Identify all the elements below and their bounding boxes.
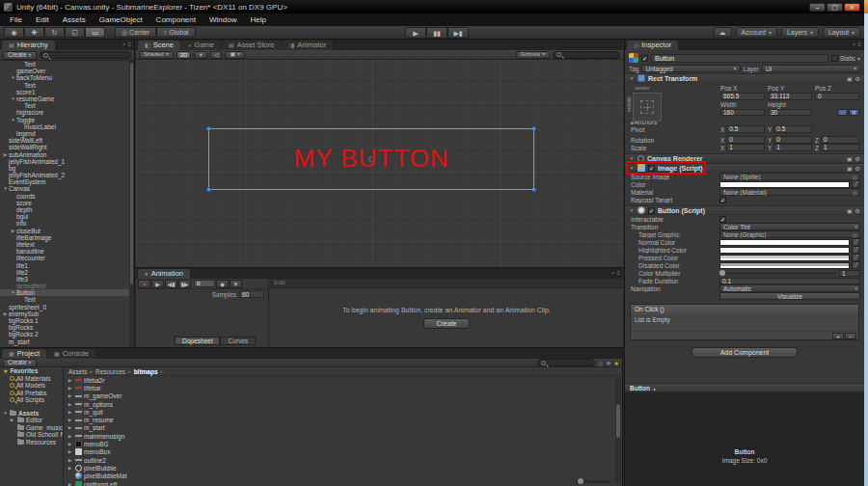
account-dropdown[interactable]: Account▾ (736, 27, 777, 38)
expand-arrow-icon[interactable]: ▶ (10, 229, 16, 233)
hierarchy-item[interactable]: ▼backToMenu (0, 74, 129, 81)
file-item[interactable]: ▶lifeba2r (65, 376, 614, 384)
hierarchy-item[interactable]: score (0, 200, 129, 206)
tab-animation[interactable]: ●Animation (138, 269, 190, 279)
favorite-item[interactable]: All Materials (0, 375, 63, 383)
expand-arrow-icon[interactable]: ▶ (2, 152, 9, 157)
expand-arrow-icon[interactable]: ▶ (67, 410, 73, 415)
help-icon[interactable]: ▣ (847, 165, 853, 172)
button-enabled-checkbox[interactable]: ✓ (648, 207, 655, 214)
color-swatch[interactable] (719, 262, 850, 269)
file-item[interactable]: ▶m_start (65, 424, 614, 432)
expand-arrow-icon[interactable]: ▶ (67, 393, 73, 398)
next-key-button[interactable]: ▮▶ (178, 280, 191, 288)
resize-handle[interactable] (206, 126, 211, 131)
tab-inspector[interactable]: ◎Inspector (627, 40, 678, 50)
dopesheet-tab[interactable]: Dopesheet (175, 337, 220, 345)
pos-x-field[interactable]: 665.5 (720, 93, 765, 100)
preview-header[interactable]: Button ▴ (625, 383, 864, 392)
hierarchy-item[interactable]: Text (0, 61, 129, 68)
hierarchy-create-button[interactable]: Create▾ (3, 51, 37, 60)
color-swatch[interactable] (719, 239, 850, 246)
hierarchy-item[interactable]: score1 (0, 89, 129, 95)
add-event-button[interactable]: + (832, 333, 844, 339)
tool-button[interactable]: ◱ (65, 27, 85, 38)
image-enabled-checkbox[interactable]: ✓ (648, 165, 655, 172)
panel-menu-icon[interactable]: ≡ (127, 41, 131, 47)
expand-arrow-icon[interactable]: ▼ (2, 186, 9, 191)
thumbnail-size-slider[interactable] (576, 480, 610, 483)
hierarchy-item[interactable]: musicLabel (0, 123, 129, 130)
samples-field[interactable]: 60 (239, 290, 264, 298)
checkbox[interactable]: ✓ (719, 216, 860, 223)
menu-item[interactable]: Edit (30, 14, 55, 25)
hierarchy-item[interactable]: sideWallLeft (0, 137, 129, 144)
scene-viewport[interactable]: MY BUTTON (136, 60, 623, 267)
hierarchy-item[interactable]: depth (0, 206, 129, 213)
timeline-ruler[interactable]: 0:00 (270, 279, 623, 288)
resize-handle[interactable] (206, 187, 211, 192)
object-picker-icon[interactable]: ◎ (853, 174, 859, 180)
expand-arrow-icon[interactable]: ▶ (67, 482, 73, 486)
hierarchy-item[interactable]: baroutline (0, 248, 129, 255)
breadcrumb-item[interactable]: bitmaps (134, 368, 158, 375)
hierarchy-item[interactable]: spritesheet_0 (0, 304, 129, 310)
eyedropper-icon[interactable]: ╱ (852, 246, 860, 254)
menu-item[interactable]: Assets (57, 14, 92, 25)
project-tab[interactable]: ▦Project (2, 349, 46, 359)
selection-rect[interactable]: MY BUTTON (208, 128, 534, 190)
menu-item[interactable]: Component (150, 14, 202, 25)
hierarchy-item[interactable]: gameOver (0, 68, 129, 74)
breadcrumb-item[interactable]: Resources (95, 368, 125, 375)
color-swatch[interactable] (719, 255, 850, 261)
file-item[interactable]: ▶mainmenusign (65, 432, 614, 440)
color-swatch[interactable] (719, 247, 850, 254)
file-item[interactable]: ▶menuBox (65, 448, 614, 456)
layout-dropdown[interactable]: Layout▾ (823, 27, 860, 38)
tag-dropdown[interactable]: Untagged▾ (641, 65, 740, 72)
project-search-input[interactable] (537, 359, 595, 366)
rotation-x-field[interactable]: 0 (726, 136, 765, 144)
expand-arrow-icon[interactable]: ▼ (10, 118, 16, 122)
hierarchy-item[interactable]: Text (0, 82, 129, 89)
button-component-header[interactable]: ▼ ✓ Button (Script) ▣⚙ (625, 205, 864, 215)
resize-handle[interactable] (531, 126, 536, 131)
eyedropper-icon[interactable]: ╱ (852, 254, 860, 261)
static-toggle[interactable]: Static▾ (831, 55, 860, 62)
expand-arrow-icon[interactable]: ▼ (10, 290, 16, 295)
gear-icon[interactable]: ⚙ (855, 155, 860, 162)
expand-arrow-icon[interactable]: ▶ (67, 418, 73, 422)
expand-arrow-icon[interactable]: ▶ (67, 378, 73, 383)
panel-lock-icon[interactable]: ▪ (853, 41, 854, 47)
dropdown[interactable]: Color Tint▾ (719, 223, 860, 230)
tool-button[interactable]: ◉ (4, 27, 24, 38)
help-icon[interactable]: ▣ (847, 207, 853, 214)
expand-arrow-icon[interactable]: ▶ (67, 434, 73, 439)
create-clip-button[interactable]: Create (423, 318, 469, 329)
file-item[interactable]: ▶menuBG (65, 440, 614, 447)
object-field[interactable]: None (Sprite)◎ (719, 173, 860, 180)
hierarchy-item[interactable]: lifeBarImage (0, 234, 129, 241)
panel-menu-icon[interactable]: ≡ (616, 270, 620, 276)
gameobject-enabled-checkbox[interactable]: ✓ (641, 55, 648, 62)
asset-folder[interactable]: Game_music (0, 424, 63, 432)
hierarchy-item[interactable]: ▼Button (0, 289, 129, 296)
hierarchy-item[interactable]: lifecounter (0, 255, 129, 261)
cloud-button[interactable]: ☁ (714, 27, 732, 38)
add-event-button[interactable]: ▼ (230, 280, 242, 288)
help-icon[interactable]: ▣ (847, 75, 853, 82)
record-button[interactable]: ● (138, 280, 150, 288)
scale-z-field[interactable]: 1 (821, 144, 859, 151)
width-field[interactable]: 160 (720, 109, 765, 117)
file-item[interactable]: ▶outline2 (65, 456, 614, 464)
foldout-arrow-icon[interactable]: ▼ (629, 166, 635, 171)
object-field[interactable]: None (Material)◎ (719, 188, 860, 196)
favorite-item[interactable]: All Models (0, 382, 63, 390)
object-field[interactable]: None (Graphic)◎ (719, 230, 860, 238)
scene-view-tab[interactable]: ◧Scene (138, 40, 180, 50)
expand-arrow-icon[interactable]: ▶ (67, 449, 73, 454)
curves-tab[interactable]: Curves (220, 337, 256, 345)
checkbox[interactable]: ✓ (719, 197, 860, 203)
file-item[interactable]: ▶lifebar (65, 384, 614, 392)
hierarchy-item[interactable]: bgRocks 1 (0, 317, 129, 324)
